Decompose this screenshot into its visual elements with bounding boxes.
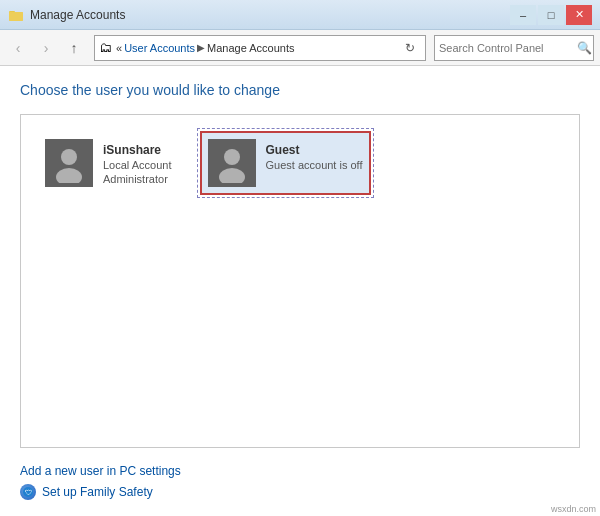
address-arrow: ▶	[197, 42, 205, 53]
account-name-isunshare: iSunshare	[103, 143, 172, 157]
page-heading: Choose the user you would like to change	[20, 82, 580, 98]
accounts-area: iSunshare Local Account Administrator Gu…	[20, 114, 580, 448]
family-safety-icon: 🛡	[20, 484, 36, 500]
address-part-2: Manage Accounts	[207, 42, 294, 54]
title-bar: Manage Accounts – □ ✕	[0, 0, 600, 30]
minimize-button[interactable]: –	[510, 5, 536, 25]
svg-point-4	[56, 168, 82, 183]
search-box[interactable]: 🔍	[434, 35, 594, 61]
address-content: « User Accounts ▶ Manage Accounts	[116, 42, 395, 54]
main-content: Choose the user you would like to change…	[0, 66, 600, 516]
up-button[interactable]: ↑	[62, 36, 86, 60]
forward-button[interactable]: ›	[34, 36, 58, 60]
avatar-isunshare	[45, 139, 93, 187]
watermark: wsxdn.com	[551, 504, 596, 514]
address-separator: «	[116, 42, 122, 54]
add-user-link-item: Add a new user in PC settings	[20, 464, 580, 478]
window-title: Manage Accounts	[30, 8, 125, 22]
account-type-isunshare: Local Account	[103, 159, 172, 171]
account-name-guest: Guest	[266, 143, 363, 157]
account-status-guest: Guest account is off	[266, 159, 363, 171]
folder-icon: 🗂	[99, 40, 112, 55]
title-bar-left: Manage Accounts	[8, 7, 125, 23]
close-button[interactable]: ✕	[566, 5, 592, 25]
refresh-button[interactable]: ↻	[399, 37, 421, 59]
svg-point-6	[219, 168, 245, 183]
svg-point-5	[224, 149, 240, 165]
account-admin-isunshare: Administrator	[103, 173, 172, 185]
account-card-isunshare[interactable]: iSunshare Local Account Administrator	[37, 131, 180, 195]
address-bar: 🗂 « User Accounts ▶ Manage Accounts ↻	[94, 35, 426, 61]
account-info-guest: Guest Guest account is off	[266, 139, 363, 171]
title-bar-controls: – □ ✕	[510, 5, 592, 25]
svg-text:🛡: 🛡	[25, 489, 32, 496]
window-icon	[8, 7, 24, 23]
svg-point-3	[61, 149, 77, 165]
avatar-icon-isunshare	[49, 143, 89, 183]
search-icon: 🔍	[577, 41, 592, 55]
bottom-links: Add a new user in PC settings 🛡 Set up F…	[20, 460, 580, 500]
account-info-isunshare: iSunshare Local Account Administrator	[103, 139, 172, 185]
back-button[interactable]: ‹	[6, 36, 30, 60]
avatar-icon-guest	[212, 143, 252, 183]
add-user-link[interactable]: Add a new user in PC settings	[20, 464, 181, 478]
maximize-button[interactable]: □	[538, 5, 564, 25]
address-part-1[interactable]: User Accounts	[124, 42, 195, 54]
account-card-guest[interactable]: Guest Guest account is off	[200, 131, 371, 195]
svg-rect-2	[9, 12, 23, 21]
family-safety-link[interactable]: Set up Family Safety	[42, 485, 153, 499]
nav-bar: ‹ › ↑ 🗂 « User Accounts ▶ Manage Account…	[0, 30, 600, 66]
avatar-guest	[208, 139, 256, 187]
family-safety-link-item: 🛡 Set up Family Safety	[20, 484, 580, 500]
search-input[interactable]	[439, 42, 577, 54]
